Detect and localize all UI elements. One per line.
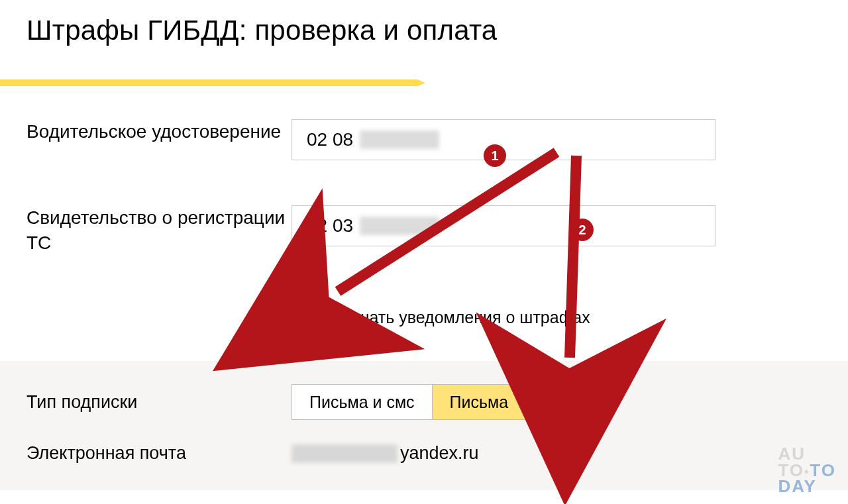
label-driver-license: Водительское удостоверение xyxy=(26,119,292,144)
checkbox-notifications-label: Получать уведомления о штрафах xyxy=(322,308,590,327)
annotation-badge-2: 2 xyxy=(571,219,594,241)
toggle-subscription-type: Письма и смс Письма xyxy=(292,384,526,420)
toggle-option-letters-sms[interactable]: Письма и смс xyxy=(292,385,432,419)
toggle-option-letters[interactable]: Письма xyxy=(432,385,526,419)
page-title: Штрафы ГИБДД: проверка и оплата xyxy=(0,0,848,46)
row-subscription-type: Тип подписки Письма и смс Письма xyxy=(26,384,848,420)
annotation-arrow-2 xyxy=(570,156,576,358)
redacted xyxy=(360,217,439,235)
checkbox-notifications[interactable]: ✓ xyxy=(297,309,314,327)
row-notifications: ✓ Получать уведомления о штрафах xyxy=(297,308,590,327)
label-vehicle-registration: Свидетельство о регистрации ТС xyxy=(26,205,292,256)
row-email: Электронная почта yandex.ru xyxy=(26,443,848,464)
progress-bar xyxy=(0,79,417,86)
label-subscription-type: Тип подписки xyxy=(26,392,292,413)
watermark: AU TO•TO DAY xyxy=(778,446,836,495)
row-driver-license: Водительское удостоверение 02 08 xyxy=(0,119,848,160)
value-email: yandex.ru xyxy=(292,443,479,464)
input-driver-license-value: 02 08 xyxy=(307,129,353,150)
input-vehicle-registration-value: 02 03 xyxy=(307,215,353,236)
annotation-badge-1: 1 xyxy=(484,144,506,167)
row-vehicle-registration: Свидетельство о регистрации ТС 02 03 xyxy=(0,205,848,256)
subscription-section: Тип подписки Письма и смс Письма Электро… xyxy=(0,361,848,490)
redacted xyxy=(292,444,398,463)
email-domain: yandex.ru xyxy=(400,443,479,464)
input-vehicle-registration[interactable]: 02 03 xyxy=(292,205,716,246)
label-email: Электронная почта xyxy=(26,443,292,464)
redacted xyxy=(360,130,439,149)
